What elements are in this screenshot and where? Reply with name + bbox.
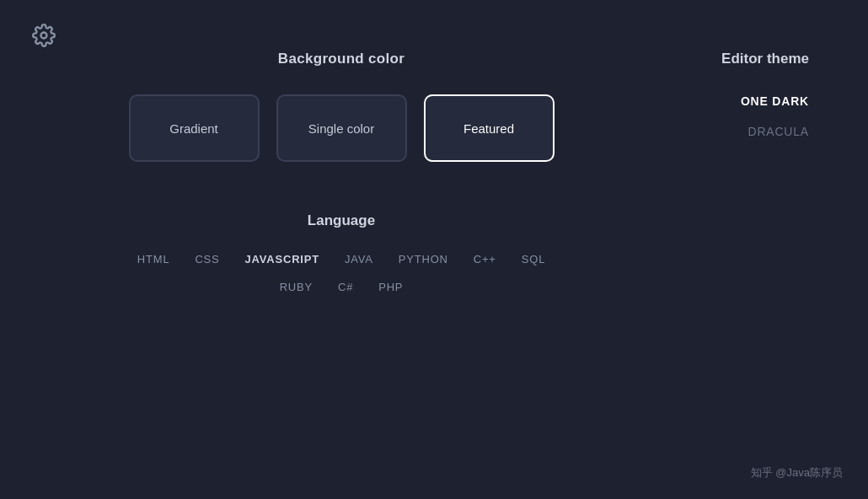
lang-cpp[interactable]: C++ [474,253,496,266]
lang-php[interactable]: PHP [378,281,403,293]
language-title: Language [308,212,375,229]
single-color-button[interactable]: Single color [276,94,407,162]
lang-css[interactable]: CSS [195,253,219,266]
lang-javascript[interactable]: JAVASCRIPT [245,253,319,266]
theme-list: ONE DARK DRACULA [741,94,809,138]
language-row-1: HTML CSS JAVASCRIPT JAVA PYTHON C++ SQL [137,253,545,266]
svg-point-0 [41,33,47,39]
lang-html[interactable]: HTML [137,253,170,266]
settings-icon[interactable] [32,24,56,47]
background-color-title: Background color [278,51,405,67]
theme-one-dark[interactable]: ONE DARK [741,94,809,108]
lang-python[interactable]: PYTHON [399,253,448,266]
lang-java[interactable]: JAVA [345,253,373,266]
background-color-buttons: Gradient Single color Featured [129,94,555,162]
left-section: Background color Gradient Single color F… [51,51,632,465]
language-section: Language HTML CSS JAVASCRIPT JAVA PYTHON… [51,212,632,309]
right-section: Editor theme ONE DARK DRACULA [632,51,817,465]
watermark: 知乎 @Java陈序员 [751,465,843,480]
main-container: Background color Gradient Single color F… [0,0,868,499]
gradient-button[interactable]: Gradient [129,94,260,162]
language-row-2: RUBY C# PHP [280,281,404,293]
lang-sql[interactable]: SQL [522,253,545,266]
lang-csharp[interactable]: C# [338,281,353,293]
lang-ruby[interactable]: RUBY [280,281,313,293]
featured-button[interactable]: Featured [424,94,555,162]
theme-dracula[interactable]: DRACULA [747,125,809,138]
editor-theme-title: Editor theme [721,51,809,67]
